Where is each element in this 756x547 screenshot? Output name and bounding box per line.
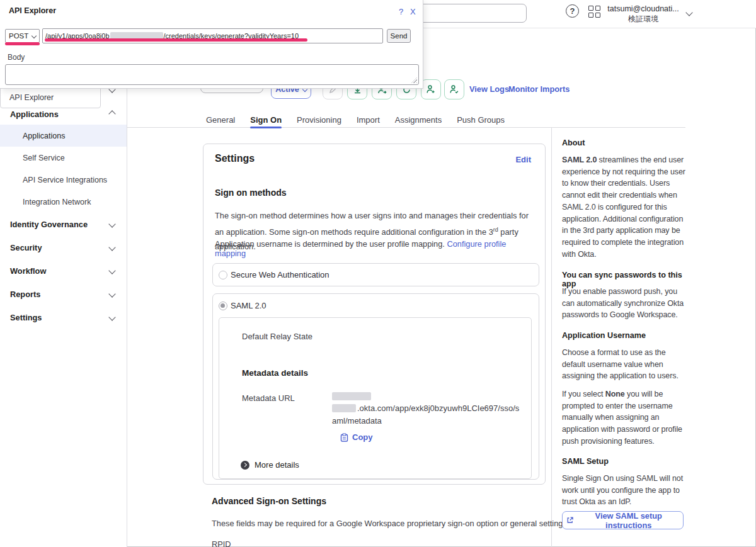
about-text: SAML 2.0 streamlines the end user experi… [562, 154, 690, 260]
app-tabs: General Sign On Provisioning Import Assi… [206, 112, 505, 127]
saml-setup-text: Single Sign On using SAML will not work … [562, 473, 690, 508]
http-method-select[interactable]: POST [5, 29, 40, 43]
metadata-url-value-line: aml/metadata [332, 416, 382, 426]
application-username-title: Application Username [562, 331, 690, 340]
sidebar-section-settings[interactable]: Settings [0, 310, 127, 324]
username-mapping-description: Application username is determined by th… [215, 239, 535, 258]
edit-button[interactable]: Edit [515, 155, 531, 164]
assign-user-button[interactable] [421, 79, 441, 99]
sync-passwords-text: If you enable password push, you can aut… [562, 286, 690, 321]
tab-sign-on[interactable]: Sign On [250, 112, 282, 127]
sidebar-section-identity-governance[interactable]: Identity Governance [0, 217, 127, 231]
clipboard-icon [340, 433, 348, 442]
account-email: tatsumi@cloudnati... [606, 4, 680, 14]
api-explorer-panel: API Explorer ? X POST /api/v1/apps/0oa8j… [0, 0, 423, 89]
sidebar-section-label: Applications [10, 110, 59, 119]
left-sidebar: API Explorer Applications Applications S… [0, 28, 127, 547]
chevron-down-icon [108, 290, 115, 297]
resize-grip[interactable] [411, 77, 417, 83]
chevron-down-icon [108, 220, 115, 227]
app-switcher-icon[interactable] [588, 6, 600, 18]
copy-metadata-url-button[interactable]: Copy [340, 432, 373, 442]
account-org: 検証環境 [606, 14, 680, 24]
default-relay-state-label: Default Relay State [242, 332, 312, 341]
advanced-sign-on-description: These fields may be required for a Googl… [212, 519, 565, 528]
tab-import[interactable]: Import [357, 112, 380, 127]
monitor-imports-link[interactable]: Monitor Imports [508, 84, 570, 94]
chevron-up-icon [108, 110, 115, 117]
account-chevron-down-icon[interactable] [685, 9, 692, 16]
tab-provisioning[interactable]: Provisioning [297, 112, 341, 127]
option-label: Secure Web Authentication [231, 270, 329, 279]
chevron-down-icon [32, 33, 37, 38]
external-link-icon [566, 516, 573, 524]
send-button[interactable]: Send [387, 29, 411, 43]
chevron-down-icon [108, 244, 115, 251]
okta-admin-console: ? tatsumi@cloudnati... 検証環境 API Explorer… [0, 0, 756, 547]
sidebar-item-label: API Explorer [9, 93, 54, 102]
view-saml-setup-instructions-button[interactable]: View SAML setup instructions [562, 511, 684, 529]
application-username-text-1: Choose a format to use as the default us… [562, 347, 690, 382]
user-check-button[interactable] [444, 79, 464, 99]
request-body-textarea[interactable] [5, 64, 419, 85]
right-panel-divider [551, 127, 552, 547]
tab-general[interactable]: General [206, 112, 235, 127]
user-plus-icon [426, 84, 436, 94]
api-explorer-close-button[interactable]: X [410, 7, 416, 16]
metadata-url-value-line: .okta.com/app/exk8j0bzyuwh9LCIe697/sso/s [332, 403, 519, 413]
tab-push-groups[interactable]: Push Groups [457, 112, 505, 127]
sign-on-methods-title: Sign on methods [215, 188, 287, 198]
sidebar-item-applications[interactable]: Applications [0, 125, 127, 147]
more-details-toggle[interactable]: More details [241, 460, 299, 470]
radio-unselected-icon[interactable] [219, 271, 227, 279]
api-explorer-title: API Explorer [9, 6, 56, 15]
option-secure-web-authentication[interactable]: Secure Web Authentication [212, 263, 539, 286]
settings-card: Settings Edit Sign on methods The sign-o… [203, 144, 546, 485]
url-highlight-marker [45, 38, 307, 42]
global-search-input[interactable] [416, 4, 527, 23]
chevron-right-circle-icon [241, 461, 249, 470]
method-highlight-marker [5, 42, 40, 45]
redacted-url-segment [332, 404, 356, 412]
sidebar-section-workflow[interactable]: Workflow [0, 264, 127, 278]
user-check-icon [449, 84, 459, 94]
help-glyph: ? [570, 6, 575, 16]
account-menu[interactable]: tatsumi@cloudnati... 検証環境 [606, 4, 680, 24]
sidebar-item-self-service[interactable]: Self Service [0, 147, 127, 169]
sidebar-item-integration-network[interactable]: Integration Network [0, 191, 127, 213]
advanced-sign-on-title: Advanced Sign-on Settings [212, 496, 326, 506]
view-logs-link[interactable]: View Logs [469, 84, 509, 94]
help-icon[interactable]: ? [566, 4, 579, 18]
redacted-url-segment [332, 392, 371, 400]
tab-assignments[interactable]: Assignments [395, 112, 442, 127]
saml-setup-title: SAML Setup [562, 457, 690, 466]
sidebar-item-api-service-integrations[interactable]: API Service Integrations [0, 169, 127, 191]
rpid-field-label: RPID [212, 539, 231, 547]
application-username-text-2: If you select None you will be prompted … [562, 388, 690, 448]
request-url-input[interactable]: /api/v1/apps/0oa8j0b/credentials/keys/ge… [42, 28, 383, 43]
settings-title: Settings [215, 153, 255, 164]
option-label: SAML 2.0 [231, 301, 266, 310]
about-title: About [562, 138, 690, 147]
radio-selected-icon[interactable] [219, 302, 227, 310]
metadata-url-label: Metadata URL [242, 393, 295, 403]
tabs-divider [127, 127, 685, 128]
body-label: Body [8, 53, 25, 62]
saml-details-box: Default Relay State Metadata details Met… [219, 317, 532, 479]
sidebar-section-applications[interactable]: Applications [0, 107, 127, 121]
chevron-down-icon [108, 313, 115, 320]
sidebar-section-reports[interactable]: Reports [0, 287, 127, 301]
metadata-details-title: Metadata details [242, 368, 308, 378]
sidebar-section-security[interactable]: Security [0, 240, 127, 254]
api-explorer-help-link[interactable]: ? [399, 7, 403, 16]
chevron-down-icon [108, 267, 115, 274]
